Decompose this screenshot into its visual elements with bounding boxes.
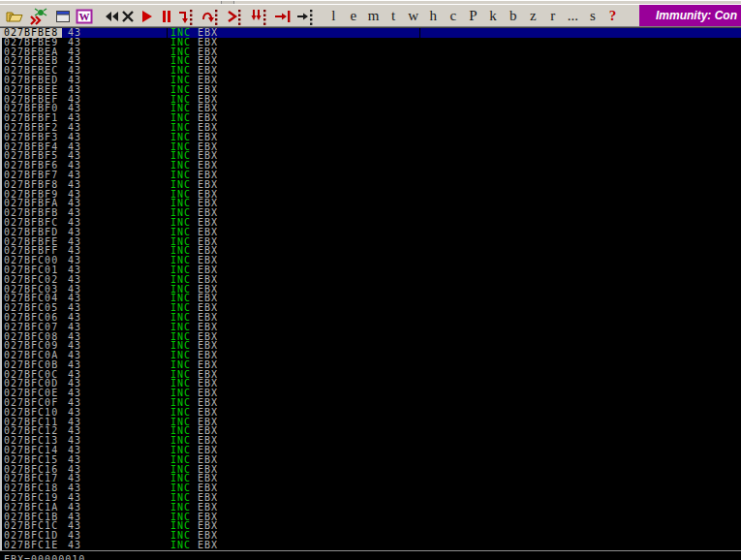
disasm-row[interactable]: 027BFC1D 43 INC EBX <box>0 531 741 541</box>
row-address: 027BFC1E <box>4 541 58 550</box>
pause-button[interactable] <box>156 6 177 26</box>
disasm-rows: 027BFBE8 43 INC EBX 027BFBE9 43 INC EBX … <box>0 28 741 550</box>
row-mnemonic: INC <box>170 541 191 550</box>
open-file-button[interactable] <box>4 6 25 26</box>
disasm-row[interactable]: 027BFBF4 43 INC EBX <box>0 142 741 152</box>
disasm-row[interactable]: 027BFBFC 43 INC EBX <box>0 218 741 228</box>
disasm-row[interactable]: 027BFBF8 43 INC EBX <box>0 180 741 190</box>
disasm-row[interactable]: 027BFC04 43 INC EBX <box>0 294 741 303</box>
disasm-row[interactable]: 027BFC1B 43 INC EBX <box>0 513 741 522</box>
disasm-row[interactable]: 027BFC0E 43 INC EBX <box>0 389 741 398</box>
column-separator <box>167 28 168 38</box>
w-window-icon: W <box>75 7 94 26</box>
open-folder-icon <box>5 7 24 26</box>
disasm-row[interactable]: 027BFBFE 43 INC EBX <box>0 237 741 247</box>
disasm-row[interactable]: 027BFC10 43 INC EBX <box>0 408 741 418</box>
window-button-log[interactable]: l <box>324 8 344 24</box>
disasm-row[interactable]: 027BFBFD 43 INC EBX <box>0 228 741 237</box>
restart-process-button[interactable] <box>27 6 48 26</box>
window-button-source[interactable]: s <box>583 8 603 24</box>
disasm-row[interactable]: 027BFC0D 43 INC EBX <box>0 379 741 389</box>
window-button-windows[interactable]: w <box>403 8 423 24</box>
disasm-row[interactable]: 027BFC08 43 INC EBX <box>0 332 741 342</box>
disasm-row[interactable]: 027BFBF5 43 INC EBX <box>0 151 741 161</box>
disasm-row[interactable]: 027BFBEE 43 INC EBX <box>0 85 741 95</box>
disasm-row[interactable]: 027BFBFA 43 INC EBX <box>0 199 741 208</box>
disasm-row[interactable]: 027BFC19 43 INC EBX <box>0 493 741 503</box>
disasm-row[interactable]: 027BFC06 43 INC EBX <box>0 313 741 323</box>
disasm-row[interactable]: 027BFBF9 43 INC EBX <box>0 190 741 200</box>
window-button-hardware-breakpoints[interactable]: z <box>523 8 543 24</box>
step-into-icon <box>176 7 196 26</box>
window-button-cpu[interactable]: c <box>444 8 464 24</box>
disasm-row[interactable]: 027BFC0B 43 INC EBX <box>0 360 741 370</box>
disasm-row[interactable]: 027BFC14 43 INC EBX <box>0 446 741 455</box>
disasm-row[interactable]: 027BFBF6 43 INC EBX <box>0 161 741 171</box>
window-button-call-stack[interactable]: k <box>483 8 504 24</box>
close-icon <box>118 7 138 26</box>
window-button-executables[interactable]: e <box>344 8 364 24</box>
go-to-button[interactable] <box>294 6 316 26</box>
disasm-row[interactable]: 027BFBF2 43 INC EBX <box>0 123 741 133</box>
step-into-button[interactable] <box>175 6 197 26</box>
window-button-patches[interactable]: P <box>463 8 483 24</box>
window-button-help[interactable]: ? <box>602 8 623 24</box>
disasm-row[interactable]: 027BFC13 43 INC EBX <box>0 436 741 446</box>
disasm-row[interactable]: 027BFC1C 43 INC EBX <box>0 521 741 531</box>
row-address: 027BFBE8 <box>4 28 58 38</box>
disasm-row[interactable]: 027BFC12 43 INC EBX <box>0 426 741 436</box>
until-return-icon <box>273 7 293 26</box>
disasm-row[interactable]: 027BFBEC 43 INC EBX <box>0 66 741 76</box>
window-button-run-trace[interactable]: ... <box>563 8 583 24</box>
window-button-memory[interactable]: m <box>363 8 384 24</box>
trace-into-button[interactable] <box>224 6 245 26</box>
run-button[interactable] <box>136 6 157 26</box>
trace-over-icon <box>249 7 268 26</box>
window-button-handles[interactable]: h <box>423 8 444 24</box>
disasm-row[interactable]: 027BFBE9 43 INC EBX <box>0 38 741 47</box>
disasm-row[interactable]: 027BFBED 43 INC EBX <box>0 76 741 85</box>
disasm-row[interactable]: 027BFBF1 43 INC EBX <box>0 113 741 123</box>
disasm-row[interactable]: 027BFC0A 43 INC EBX <box>0 351 741 360</box>
disasm-row[interactable]: 027BFC01 43 INC EBX <box>0 265 741 275</box>
step-over-button[interactable] <box>200 6 221 26</box>
disasm-row[interactable]: 027BFC02 43 INC EBX <box>0 275 741 285</box>
disasm-row[interactable]: 027BFC03 43 INC EBX <box>0 285 741 295</box>
immunity-banner: Immunity: Con <box>639 5 741 26</box>
disasm-row[interactable]: 027BFC07 43 INC EBX <box>0 323 741 332</box>
disasm-row[interactable]: 027BFBFF 43 INC EBX <box>0 246 741 256</box>
log-window-button[interactable] <box>52 6 74 26</box>
disasm-row[interactable]: 027BFBEA 43 INC EBX <box>0 47 741 57</box>
disasm-row[interactable]: 027BFC05 43 INC EBX <box>0 303 741 313</box>
disasm-row[interactable]: 027BFC0F 43 INC EBX <box>0 398 741 408</box>
disasm-row[interactable]: 027BFBE8 43 INC EBX <box>0 28 741 38</box>
go-to-icon <box>295 7 315 26</box>
svg-text:W: W <box>79 10 90 21</box>
pane-left-edge <box>0 28 2 550</box>
disasm-row[interactable]: 027BFC15 43 INC EBX <box>0 455 741 465</box>
disasm-row[interactable]: 027BFC11 43 INC EBX <box>0 418 741 427</box>
disasm-row[interactable]: 027BFC1E 43 INC EBX <box>0 541 741 550</box>
step-over-icon <box>201 7 220 26</box>
window-buttons: lemtwhcPkbzr...s? <box>324 5 623 26</box>
disasm-row[interactable]: 027BFBF3 43 INC EBX <box>0 133 741 142</box>
windows-list-button[interactable]: W <box>74 6 95 26</box>
window-button-breakpoints[interactable]: b <box>503 8 523 24</box>
disasm-row[interactable]: 027BFC16 43 INC EBX <box>0 465 741 475</box>
disasm-row[interactable]: 027BFBEB 43 INC EBX <box>0 56 741 66</box>
disasm-row[interactable]: 027BFBFB 43 INC EBX <box>0 208 741 218</box>
trace-over-button[interactable] <box>248 6 269 26</box>
info-pane: EBX=00000010 <box>0 550 741 560</box>
disasm-row[interactable]: 027BFBF0 43 INC EBX <box>0 104 741 113</box>
disasm-row[interactable]: 027BFBEF 43 INC EBX <box>0 95 741 105</box>
window-button-threads[interactable]: t <box>384 8 404 24</box>
disasm-row[interactable]: 027BFC0C 43 INC EBX <box>0 370 741 380</box>
disasm-row[interactable]: 027BFC18 43 INC EBX <box>0 483 741 493</box>
window-button-references[interactable]: r <box>543 8 564 24</box>
disasm-row[interactable]: 027BFC17 43 INC EBX <box>0 474 741 483</box>
disasm-row[interactable]: 027BFC00 43 INC EBX <box>0 256 741 265</box>
disasm-row[interactable]: 027BFC09 43 INC EBX <box>0 341 741 351</box>
disasm-row[interactable]: 027BFC1A 43 INC EBX <box>0 503 741 513</box>
disasm-row[interactable]: 027BFBF7 43 INC EBX <box>0 171 741 180</box>
execute-till-return-button[interactable] <box>272 6 293 26</box>
